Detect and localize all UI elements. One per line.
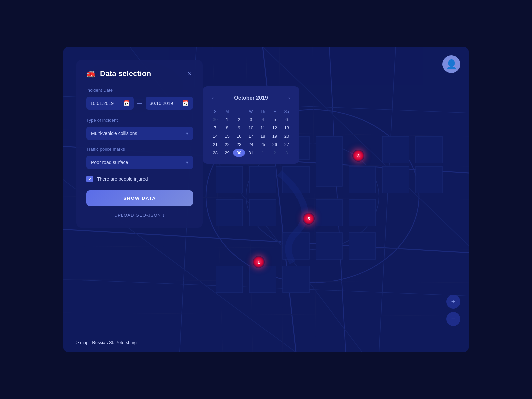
calendar-day[interactable]: 24 <box>245 140 257 149</box>
day-header-th: Th <box>257 108 269 115</box>
date-to-input[interactable]: 30.10.2019 📅 <box>146 97 193 110</box>
upload-geo-json-link[interactable]: UPLOAD GEO-JSON ↓ <box>86 213 193 218</box>
calendar-day[interactable]: 30 <box>209 115 221 124</box>
calendar-week: 21222324252627 <box>209 140 293 149</box>
map-marker-1[interactable]: 1 <box>253 256 265 268</box>
svg-rect-45 <box>416 136 442 163</box>
truck-icon: 🚒 <box>86 69 95 78</box>
calendar-body: 3012345678910111213141516171819202122232… <box>209 115 293 157</box>
zoom-out-button[interactable]: − <box>446 312 460 326</box>
calendar-day[interactable]: 11 <box>257 124 269 132</box>
svg-rect-44 <box>382 166 409 193</box>
zoom-in-button[interactable]: + <box>446 295 460 309</box>
date-separator: — <box>137 100 142 106</box>
incident-type-dropdown[interactable]: Multi-vehicle collisions ▾ <box>86 127 193 140</box>
calendar-day[interactable]: 2 <box>269 149 281 157</box>
calendar-day[interactable]: 13 <box>281 124 293 132</box>
calendar-day[interactable]: 20 <box>281 132 293 140</box>
day-header-m: M <box>221 108 233 115</box>
incident-type-value: Multi-vehicle collisions <box>91 131 137 136</box>
calendar-day[interactable]: 31 <box>245 149 257 157</box>
map-marker-3[interactable]: 3 <box>352 150 364 162</box>
close-button[interactable]: × <box>186 69 193 78</box>
calendar-day[interactable]: 1 <box>257 149 269 157</box>
breadcrumb: > map Russia \ St. Petersburg <box>76 340 137 345</box>
calendar-day[interactable]: 28 <box>209 149 221 157</box>
calendar-day[interactable]: 3 <box>281 149 293 157</box>
calendar-day[interactable]: 9 <box>233 124 245 132</box>
map-marker-5[interactable]: 5 <box>303 213 315 225</box>
calendar-day[interactable]: 5 <box>269 115 281 124</box>
breadcrumb-path: Russia \ St. Petersburg <box>92 340 137 345</box>
calendar-day[interactable]: 27 <box>281 140 293 149</box>
calendar-day[interactable]: 6 <box>281 115 293 124</box>
calendar-day[interactable]: 10 <box>245 124 257 132</box>
date-range-row: 10.01.2019 📅 — 30.10.2019 📅 <box>86 97 193 110</box>
avatar-image: 👤 <box>446 59 457 70</box>
chevron-down-icon: ▾ <box>186 131 188 136</box>
svg-rect-39 <box>349 233 376 259</box>
calendar-day[interactable]: 17 <box>245 132 257 140</box>
calendar-month-year: October 2019 <box>234 95 268 101</box>
calendar-day[interactable]: 23 <box>233 140 245 149</box>
calendar-day[interactable]: 8 <box>221 124 233 132</box>
day-header-sa: Sa <box>281 108 293 115</box>
calendar-day[interactable]: 15 <box>221 132 233 140</box>
day-header-w: W <box>245 108 257 115</box>
injured-checkbox-row: ✓ There are people injured <box>86 176 193 182</box>
injured-checkbox[interactable]: ✓ <box>86 176 93 182</box>
calendar-day[interactable]: 21 <box>209 140 221 149</box>
show-data-button[interactable]: SHOW DATA <box>86 190 193 206</box>
calendar-week: 78910111213 <box>209 124 293 132</box>
calendar-week: 28293031123 <box>209 149 293 157</box>
calendar-day[interactable]: 19 <box>269 132 281 140</box>
calendar-day[interactable]: 30 <box>233 149 245 157</box>
calendar-week: 30123456 <box>209 115 293 124</box>
calendar-day[interactable]: 14 <box>209 132 221 140</box>
calendar-day[interactable]: 2 <box>233 115 245 124</box>
user-avatar[interactable]: 👤 <box>442 55 460 73</box>
calendar-next-button[interactable]: › <box>285 93 293 103</box>
calendar-week: 14151617181920 <box>209 132 293 140</box>
svg-rect-28 <box>216 166 243 193</box>
calendar-prev-button[interactable]: ‹ <box>209 93 217 103</box>
calendar-header: ‹ October 2019 › <box>209 93 293 103</box>
calendar-day[interactable]: 12 <box>269 124 281 132</box>
panel-header: 🚒 Data selection × <box>86 69 193 78</box>
day-header-f: F <box>269 108 281 115</box>
type-of-incident-label: Type of incident <box>86 118 193 123</box>
data-selection-panel: 🚒 Data selection × Incident Date 10.01.2… <box>76 60 203 228</box>
calendar-day[interactable]: 7 <box>209 124 221 132</box>
calendar-day[interactable]: 1 <box>221 115 233 124</box>
traffic-police-label: Traffic police marks <box>86 147 193 152</box>
svg-rect-42 <box>283 266 309 293</box>
calendar-day[interactable]: 25 <box>257 140 269 149</box>
svg-rect-43 <box>382 136 409 163</box>
day-header-s: S <box>209 108 221 115</box>
day-header-t: T <box>233 108 245 115</box>
svg-rect-38 <box>316 233 342 259</box>
calendar-day[interactable]: 22 <box>221 140 233 149</box>
calendar-day[interactable]: 26 <box>269 140 281 149</box>
date-from-input[interactable]: 10.01.2019 📅 <box>86 97 134 110</box>
incident-date-label: Incident Date <box>86 88 193 93</box>
calendar-day[interactable]: 29 <box>221 149 233 157</box>
svg-rect-31 <box>316 136 342 186</box>
calendar-day[interactable]: 18 <box>257 132 269 140</box>
traffic-marks-dropdown[interactable]: Poor road surface ▾ <box>86 156 193 169</box>
calendar-day[interactable]: 16 <box>233 132 245 140</box>
calendar-from-icon: 📅 <box>123 100 130 106</box>
panel-title-group: 🚒 Data selection <box>86 69 151 78</box>
calendar-day[interactable]: 4 <box>257 115 269 124</box>
calendar-day[interactable]: 3 <box>245 115 257 124</box>
svg-rect-40 <box>216 266 243 293</box>
traffic-marks-value: Poor road surface <box>91 160 128 165</box>
main-container: 👤 7 3 5 1 🚒 Data selection × Incident Da… <box>63 47 469 352</box>
svg-rect-29 <box>249 166 276 193</box>
injured-label: There are people injured <box>97 176 148 182</box>
map-controls: + − <box>446 295 460 326</box>
svg-rect-32 <box>349 166 376 193</box>
breadcrumb-prefix: > map <box>76 340 89 345</box>
svg-rect-41 <box>249 266 276 293</box>
date-from-value: 10.01.2019 <box>90 101 114 106</box>
